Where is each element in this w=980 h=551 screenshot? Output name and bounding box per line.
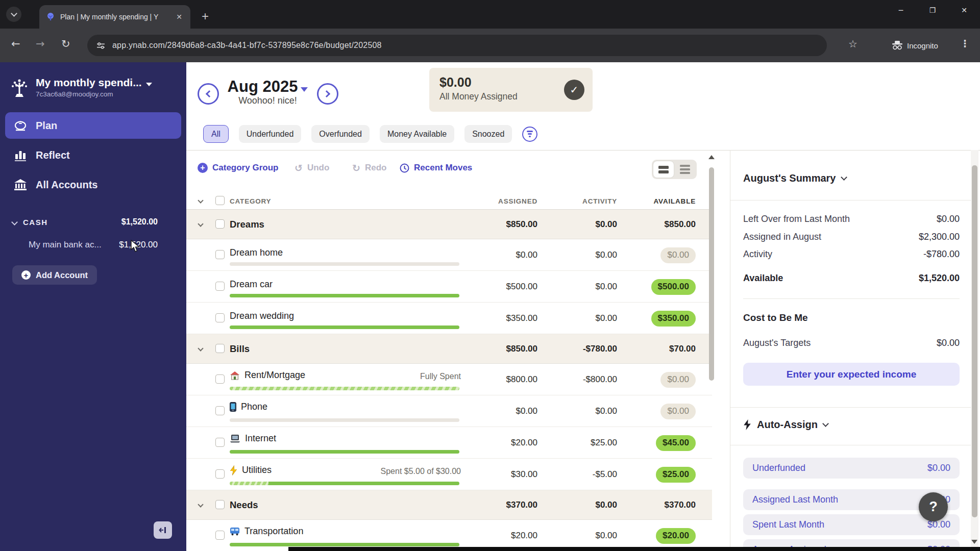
filter-all[interactable]: All — [203, 125, 229, 143]
assigned-value[interactable]: $350.00 — [506, 313, 537, 323]
row-checkbox[interactable] — [215, 282, 225, 291]
filter-snoozed[interactable]: Snoozed — [464, 125, 512, 143]
available-pill[interactable]: $0.00 — [660, 247, 696, 263]
available-pill[interactable]: $25.00 — [656, 467, 696, 483]
table-row-group-dreams[interactable]: Dreams $850.00 $0.00 $850.00 — [186, 210, 712, 239]
recent-moves-button[interactable]: Recent Moves — [400, 155, 472, 181]
add-account-button[interactable]: + Add Account — [12, 265, 97, 285]
enter-expected-income-button[interactable]: Enter your expected income — [743, 363, 960, 386]
inspector-scrollbar[interactable] — [971, 150, 978, 551]
sidebar-item-all-accounts[interactable]: All Accounts — [5, 171, 181, 198]
chevron-down-icon[interactable] — [198, 502, 203, 507]
next-month-button[interactable] — [317, 83, 338, 105]
site-settings-icon[interactable] — [96, 41, 105, 50]
help-button[interactable]: ? — [919, 492, 948, 521]
row-checkbox[interactable] — [215, 469, 225, 479]
bookmark-star-icon[interactable]: ☆ — [848, 38, 857, 50]
auto-assign-underfunded[interactable]: Underfunded $0.00 — [743, 458, 960, 479]
row-checkbox[interactable] — [215, 219, 225, 229]
available-pill[interactable]: $0.00 — [660, 372, 696, 388]
table-row-group-needs[interactable]: Needs $370.00 $0.00 $370.00 — [186, 490, 712, 520]
sidebar-item-reflect[interactable]: Reflect — [5, 142, 181, 168]
chevron-down-icon[interactable] — [198, 221, 203, 227]
category-name[interactable]: Transportation — [230, 526, 303, 537]
scroll-up-icon[interactable] — [708, 155, 715, 159]
table-row-phone[interactable]: Phone $0.00 $0.00 $0.00 — [186, 395, 712, 427]
close-button[interactable]: ✕ — [948, 0, 980, 20]
list-view-button[interactable] — [675, 161, 695, 178]
row-checkbox[interactable] — [215, 344, 225, 353]
row-checkbox[interactable] — [215, 313, 225, 322]
add-category-group-button[interactable]: + Category Group — [198, 155, 278, 181]
minimize-button[interactable]: ─ — [885, 0, 917, 20]
tab-search-button[interactable] — [6, 7, 21, 22]
filter-overfunded[interactable]: Overfunded — [311, 125, 370, 143]
collapse-sidebar-button[interactable] — [154, 521, 172, 539]
budget-switcher[interactable]: My monthly spendi... 7c3ac6a8@moodjoy.co… — [0, 62, 186, 99]
category-name[interactable]: Phone — [230, 402, 267, 412]
filter-options-icon[interactable] — [522, 127, 537, 142]
table-row-utilities[interactable]: Utilities Spent $5.00 of $30.00 $30.00 -… — [186, 459, 712, 490]
assigned-value[interactable]: $30.00 — [511, 469, 537, 480]
filter-underfunded[interactable]: Underfunded — [239, 125, 302, 143]
table-row-group-bills[interactable]: Bills $850.00 -$780.00 $70.00 — [186, 334, 712, 364]
header-activity[interactable]: ACTIVITY — [582, 197, 617, 205]
available-pill[interactable]: $0.00 — [660, 404, 696, 419]
available-pill[interactable]: $350.00 — [651, 311, 696, 327]
header-assigned[interactable]: ASSIGNED — [498, 197, 537, 205]
category-name[interactable]: Dream home — [230, 247, 283, 258]
account-row[interactable]: My main bank ac... $1,520.00 — [0, 240, 186, 250]
account-group-cash[interactable]: CASH $1,520.00 — [0, 217, 186, 227]
scroll-down-icon[interactable] — [971, 540, 977, 544]
month-selector[interactable]: Aug 2025 — [218, 78, 317, 96]
reload-icon[interactable]: ↻ — [61, 38, 70, 50]
assigned-value[interactable]: $800.00 — [506, 374, 537, 385]
maximize-button[interactable]: ❐ — [917, 0, 948, 20]
forward-icon[interactable]: → — [36, 38, 45, 50]
category-name[interactable]: Dream wedding — [230, 311, 294, 321]
category-name[interactable]: Rent/Mortgage — [230, 370, 305, 381]
assigned-value[interactable]: $500.00 — [506, 282, 537, 292]
assigned-value[interactable]: $850.00 — [506, 219, 537, 230]
assigned-value[interactable]: $20.00 — [511, 531, 537, 541]
row-checkbox[interactable] — [215, 250, 225, 259]
chevron-down-icon[interactable] — [198, 345, 203, 351]
auto-assign-header[interactable]: Auto-Assign — [743, 419, 828, 431]
row-checkbox[interactable] — [215, 438, 225, 447]
back-icon[interactable]: ← — [11, 38, 20, 50]
browser-tab[interactable]: Plan | My monthly spending | Y ✕ — [39, 5, 190, 29]
assigned-value[interactable]: $850.00 — [506, 344, 537, 354]
collapse-all-icon[interactable] — [198, 197, 203, 203]
category-name[interactable]: Dream car — [230, 279, 273, 290]
undo-button[interactable]: ↺ Undo — [295, 155, 329, 181]
available-pill[interactable]: $45.00 — [656, 435, 696, 451]
sidebar-item-plan[interactable]: Plan — [5, 112, 181, 139]
row-checkbox[interactable] — [215, 406, 225, 415]
select-all-checkbox[interactable] — [215, 196, 225, 205]
previous-month-button[interactable] — [198, 83, 219, 105]
category-name[interactable]: Internet — [230, 433, 276, 444]
table-row-dream-home[interactable]: Dream home $0.00 $0.00 $0.00 — [186, 239, 712, 271]
table-row-transportation[interactable]: Transportation $20.00 $0.00 $20.00 — [186, 520, 712, 551]
assigned-value[interactable]: $370.00 — [506, 500, 537, 510]
tab-close-icon[interactable]: ✕ — [174, 12, 184, 22]
assigned-value[interactable]: $0.00 — [516, 406, 537, 416]
table-row-dream-wedding[interactable]: Dream wedding $350.00 $0.00 $350.00 — [186, 303, 712, 334]
category-name[interactable]: Utilities — [230, 465, 272, 475]
condensed-view-button[interactable] — [653, 161, 674, 178]
url-bar[interactable]: app.ynab.com/2849d6a8-ca3b-4a41-bf7c-537… — [87, 35, 827, 56]
assigned-value[interactable]: $20.00 — [511, 438, 537, 448]
assigned-value[interactable]: $0.00 — [516, 250, 537, 260]
table-scrollbar[interactable] — [707, 153, 716, 551]
table-row-dream-car[interactable]: Dream car $500.00 $0.00 $500.00 — [186, 271, 712, 303]
row-checkbox[interactable] — [215, 500, 225, 509]
filter-money-available[interactable]: Money Available — [380, 125, 454, 143]
browser-menu-icon[interactable]: ⋮ — [960, 38, 970, 49]
scrollbar-thumb[interactable] — [709, 167, 714, 381]
scrollbar-thumb[interactable] — [972, 165, 977, 517]
header-available[interactable]: AVAILABLE — [654, 197, 696, 205]
row-checkbox[interactable] — [215, 531, 225, 540]
redo-button[interactable]: ↻ Redo — [352, 155, 386, 181]
header-category[interactable]: CATEGORY — [230, 197, 271, 205]
new-tab-button[interactable]: + — [202, 8, 209, 24]
